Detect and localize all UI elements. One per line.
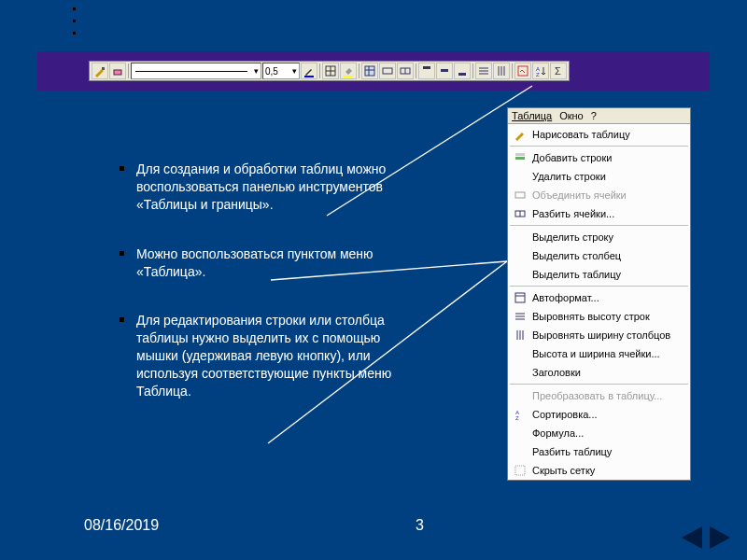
svg-rect-15: [441, 69, 448, 72]
menu-window[interactable]: Окно: [559, 110, 584, 121]
menuitem-label: Автоформат...: [532, 292, 599, 303]
svg-rect-42: [515, 466, 525, 475]
svg-rect-11: [383, 68, 392, 74]
menuitem-distribute-rows[interactable]: Выровнять высоту строк: [508, 307, 690, 326]
sort-icon: AZ: [512, 407, 529, 422]
menuitem-select-table[interactable]: Выделить таблицу: [508, 265, 690, 284]
menuitem-select-col[interactable]: Выделить столбец: [508, 246, 690, 265]
svg-rect-0: [102, 67, 105, 70]
menuitem-label: Разбить таблицу: [532, 446, 612, 457]
insert-rows-icon: [512, 150, 529, 165]
menubar: Таблица Окно ?: [508, 108, 690, 124]
menuitem-delete-rows[interactable]: Удалить строки: [508, 167, 690, 186]
menuitem-split-table[interactable]: Разбить таблицу: [508, 442, 690, 461]
merge-cells-icon: [512, 188, 529, 203]
draw-table-icon: [512, 127, 529, 142]
split-cells-icon[interactable]: [397, 63, 414, 79]
footer-date: 08/16/2019: [84, 517, 159, 534]
draw-table-icon[interactable]: [92, 63, 108, 79]
tables-and-borders-toolbar: 0,5 AZ Σ: [89, 61, 570, 81]
svg-text:Z: Z: [515, 415, 519, 421]
title-banner: 0,5 AZ Σ: [37, 51, 710, 91]
merge-cells-icon[interactable]: [379, 63, 396, 79]
svg-text:Σ: Σ: [555, 65, 561, 77]
pen-color-icon[interactable]: [301, 63, 317, 79]
prev-slide-button[interactable]: [682, 526, 702, 549]
distribute-cols-icon[interactable]: [493, 63, 510, 79]
grid-icon: [512, 463, 529, 478]
menuitem-label: Выровнять ширину столбцов: [532, 329, 670, 341]
menuitem-headings[interactable]: Заголовки: [508, 363, 690, 382]
table-dropdown: Нарисовать таблицу Добавить строки Удали…: [508, 124, 690, 480]
menuitem-autoformat[interactable]: Автоформат...: [508, 288, 690, 307]
svg-rect-3: [304, 76, 314, 77]
menuitem-label: Объединить ячейки: [532, 189, 627, 201]
line-style-select[interactable]: [131, 63, 261, 79]
sort-asc-icon[interactable]: AZ: [532, 63, 549, 79]
menuitem-add-rows[interactable]: Добавить строки: [508, 148, 690, 167]
menuitem-label: Выделить столбец: [532, 250, 621, 261]
menuitem-label: Заголовки: [532, 367, 581, 378]
menuitem-label: Сортировка...: [532, 409, 598, 420]
menuitem-sort[interactable]: AZ Сортировка...: [508, 405, 690, 424]
menu-table[interactable]: Таблица: [512, 110, 552, 121]
distribute-rows-icon: [512, 309, 529, 324]
menuitem-gridlines[interactable]: Скрыть сетку: [508, 461, 690, 480]
menuitem-label: Формула...: [532, 427, 584, 439]
table-menu-panel: Таблица Окно ? Нарисовать таблицу Добави…: [507, 107, 691, 481]
distribute-cols-icon: [512, 328, 529, 343]
menuitem-formula[interactable]: Формула...: [508, 424, 690, 442]
menuitem-draw-table[interactable]: Нарисовать таблицу: [508, 125, 690, 144]
svg-rect-27: [515, 157, 525, 160]
menuitem-distribute-cols[interactable]: Выровнять ширину столбцов: [508, 326, 690, 344]
menuitem-label: Высота и ширина ячейки...: [532, 348, 660, 359]
menuitem-convert: Преобразовать в таблицу...: [508, 386, 690, 405]
svg-rect-8: [365, 66, 374, 76]
slide-dots: [73, 7, 76, 44]
menuitem-label: Нарисовать таблицу: [532, 129, 630, 140]
svg-rect-29: [515, 192, 525, 198]
slide-nav: [682, 526, 730, 549]
svg-text:Z: Z: [536, 72, 540, 77]
menuitem-label: Разбить ячейки...: [532, 208, 614, 219]
align-bottom-icon[interactable]: [454, 63, 471, 79]
svg-rect-1: [114, 70, 121, 75]
svg-rect-7: [344, 76, 353, 77]
line-weight-value: 0,5: [265, 66, 278, 77]
svg-rect-32: [515, 293, 525, 302]
menuitem-cell-size[interactable]: Высота и ширина ячейки...: [508, 344, 690, 363]
menuitem-split-cells[interactable]: Разбить ячейки...: [508, 204, 690, 223]
menuitem-label: Преобразовать в таблицу...: [532, 390, 662, 401]
fill-color-icon[interactable]: [340, 63, 357, 79]
svg-rect-28: [515, 153, 525, 156]
menuitem-label: Выделить таблицу: [532, 269, 621, 280]
bullet-list: Для создания и обработки таблиц можно во…: [82, 161, 414, 432]
menuitem-label: Добавить строки: [532, 152, 612, 163]
border-menu-icon[interactable]: [322, 63, 339, 79]
autoformat-icon[interactable]: [514, 63, 531, 79]
svg-rect-16: [458, 73, 466, 76]
autoformat-icon: [512, 290, 529, 305]
bullet-item: Для редактирования строки или столбца та…: [120, 312, 414, 399]
menuitem-label: Скрыть сетку: [532, 465, 595, 476]
svg-rect-14: [423, 66, 430, 69]
autosum-icon[interactable]: Σ: [550, 63, 567, 79]
distribute-rows-icon[interactable]: [475, 63, 492, 79]
menuitem-select-row[interactable]: Выделить строку: [508, 228, 690, 246]
footer-page-number: 3: [416, 517, 424, 534]
bullet-item: Можно воспользоваться пунктом меню «Табл…: [120, 245, 414, 281]
align-center-icon[interactable]: [436, 63, 453, 79]
insert-table-icon[interactable]: [361, 63, 378, 79]
next-slide-button[interactable]: [710, 526, 730, 549]
menuitem-label: Удалить строки: [532, 171, 606, 182]
line-weight-select[interactable]: 0,5: [262, 63, 300, 79]
bullet-item: Для создания и обработки таблиц можно во…: [120, 161, 414, 214]
align-top-icon[interactable]: [418, 63, 435, 79]
menuitem-label: Выровнять высоту строк: [532, 311, 650, 322]
menuitem-label: Выделить строку: [532, 231, 613, 243]
menu-help[interactable]: ?: [591, 110, 597, 121]
menuitem-merge-cells: Объединить ячейки: [508, 186, 690, 204]
split-cells-icon: [512, 206, 529, 221]
eraser-icon[interactable]: [109, 63, 126, 79]
